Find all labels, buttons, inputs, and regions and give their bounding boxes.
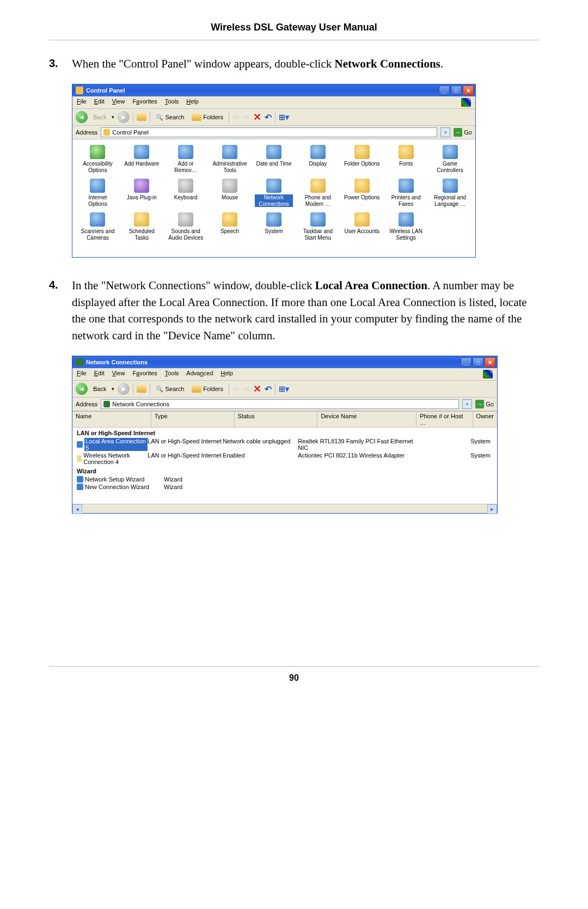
cp-item-system[interactable]: System	[253, 211, 295, 242]
cp-label: Printers and Faxes	[388, 194, 424, 207]
move-to-icon[interactable]: ⇨	[232, 112, 240, 122]
address-field[interactable]: Control Panel	[101, 127, 437, 137]
forward-button[interactable]: ►	[118, 111, 130, 123]
cp-icon	[90, 179, 105, 193]
menu-favorites-2[interactable]: Favorites	[132, 370, 157, 379]
windows-logo-icon-2	[483, 370, 493, 379]
wizard-row[interactable]: New Connection WizardWizard	[72, 483, 497, 491]
menu-file[interactable]: File	[77, 98, 87, 107]
horizontal-scrollbar[interactable]: ◄ ►	[72, 504, 497, 513]
cp-item-network-connections[interactable]: Network Connections	[253, 178, 295, 208]
col-name[interactable]: Name	[72, 412, 151, 427]
back-button-2[interactable]: ◄	[76, 383, 88, 395]
col-device[interactable]: Device Name	[317, 412, 416, 427]
cp-item-keyboard[interactable]: Keyboard	[165, 178, 207, 208]
menu-help-2[interactable]: Help	[220, 370, 233, 379]
cp-item-user-accounts[interactable]: User Accounts	[341, 211, 383, 242]
cp-item-internet-options[interactable]: Internet Options	[77, 178, 119, 208]
connection-name: Local Area Connection 5	[84, 438, 148, 451]
up-folder-button[interactable]	[137, 113, 146, 121]
search-button[interactable]: 🔍 Search	[154, 113, 186, 122]
cp-item-taskbar-and-start-menu[interactable]: Taskbar and Start Menu	[297, 211, 339, 242]
cp-item-display[interactable]: Display	[297, 144, 339, 174]
minimize-button-2[interactable]: _	[461, 357, 471, 367]
address-dropdown[interactable]: ▾	[440, 127, 450, 137]
views-button-2[interactable]: ⊞▾	[279, 385, 289, 393]
cp-item-phone-and-modem-[interactable]: Phone and Modem …	[297, 178, 339, 208]
up-folder-button-2[interactable]	[137, 385, 146, 393]
menu-view-2[interactable]: View	[112, 370, 125, 379]
wizard-row[interactable]: Network Setup WizardWizard	[72, 475, 497, 483]
cp-item-add-or-remov-[interactable]: Add or Remov…	[165, 144, 207, 174]
cp-item-mouse[interactable]: Mouse	[209, 178, 251, 208]
maximize-button-2[interactable]: □	[473, 357, 483, 367]
menu-tools[interactable]: Tools	[165, 98, 179, 107]
menu-edit-2[interactable]: Edit	[94, 370, 105, 379]
connection-status: Network cable unplugged	[223, 438, 298, 451]
cp-item-regional-and-language-[interactable]: Regional and Language …	[429, 178, 471, 208]
col-status[interactable]: Status	[235, 412, 318, 427]
cp-item-scanners-and-cameras[interactable]: Scanners and Cameras	[77, 211, 119, 242]
views-button[interactable]: ⊞▾	[279, 113, 289, 121]
scroll-left-icon[interactable]: ◄	[72, 504, 82, 514]
cp-item-java-plug-in[interactable]: Java Plug-in	[121, 178, 163, 208]
cp-item-sounds-and-audio-devices[interactable]: Sounds and Audio Devices	[165, 211, 207, 242]
back-dropdown[interactable]: ▾	[112, 114, 114, 120]
delete-button-2[interactable]: ✕	[253, 383, 261, 395]
cp-item-power-options[interactable]: Power Options	[341, 178, 383, 208]
search-button-2[interactable]: 🔍 Search	[154, 385, 186, 394]
address-dropdown-2[interactable]: ▾	[462, 399, 472, 409]
cp-label: Add or Remov…	[168, 161, 204, 173]
titlebar2: Network Connections _ □ ✕	[72, 356, 497, 368]
titlebar-icon-2	[76, 358, 83, 366]
connection-row[interactable]: Local Area Connection 5LAN or High-Speed…	[72, 437, 497, 452]
col-owner[interactable]: Owner	[473, 412, 497, 427]
address-field-2[interactable]: Network Connections	[101, 399, 459, 409]
cp-item-folder-options[interactable]: Folder Options	[341, 144, 383, 174]
folders-button-2[interactable]: Folders	[189, 384, 225, 394]
step-4-text: In the "Network Connections" window, dou…	[72, 277, 539, 344]
undo-button-2[interactable]: ↶	[265, 384, 272, 394]
go-button[interactable]: →Go	[454, 128, 472, 137]
folders-button[interactable]: Folders	[189, 112, 225, 122]
undo-button[interactable]: ↶	[265, 112, 272, 123]
forward-button-2[interactable]: ►	[118, 383, 130, 395]
cp-label: Taskbar and Start Menu	[300, 228, 336, 241]
copy-to-icon[interactable]: ⇨	[243, 112, 250, 122]
cp-item-date-and-time[interactable]: Date and Time	[253, 144, 295, 174]
cp-item-speech[interactable]: Speech	[209, 211, 251, 242]
step-3-text: When the "Control Panel" window appears,…	[72, 56, 443, 72]
delete-button[interactable]: ✕	[253, 111, 261, 123]
menu-tools-2[interactable]: Tools	[165, 370, 179, 379]
menu-help[interactable]: Help	[186, 98, 199, 107]
go-button-2[interactable]: →Go	[475, 400, 494, 408]
cp-item-add-hardware[interactable]: Add Hardware	[121, 144, 163, 174]
back-button[interactable]: ◄	[76, 111, 88, 123]
scroll-right-icon[interactable]: ►	[487, 504, 497, 514]
col-type[interactable]: Type	[151, 412, 235, 427]
col-phone[interactable]: Phone # or Host …	[416, 412, 473, 427]
menu-file-2[interactable]: File	[77, 370, 87, 379]
move-to-icon-2[interactable]: ⇨	[232, 384, 240, 394]
cp-item-printers-and-faxes[interactable]: Printers and Faxes	[385, 178, 427, 208]
back-dropdown-2[interactable]: ▾	[112, 386, 114, 392]
copy-to-icon-2[interactable]: ⇨	[243, 384, 250, 394]
menu-view[interactable]: View	[112, 98, 125, 107]
toolbar: ◄ Back ▾ ► 🔍 Search Folders ⇨ ⇨ ✕ ↶ ⊞▾	[72, 109, 475, 126]
menu-favorites[interactable]: Favorites	[132, 98, 157, 107]
cp-item-accessibility-options[interactable]: Accessibility Options	[77, 144, 119, 174]
menu-edit[interactable]: Edit	[94, 98, 105, 107]
cp-item-scheduled-tasks[interactable]: Scheduled Tasks	[121, 211, 163, 242]
connection-row[interactable]: Wireless Network Connection 4LAN or High…	[72, 452, 497, 466]
cp-item-wireless-lan-settings[interactable]: Wireless LAN Settings	[385, 211, 427, 242]
minimize-button[interactable]: _	[439, 86, 450, 95]
address-icon	[103, 129, 110, 136]
close-button[interactable]: ✕	[463, 86, 474, 95]
menu-advanced[interactable]: Advanced	[186, 370, 213, 379]
close-button-2[interactable]: ✕	[485, 357, 495, 367]
cp-item-administrative-tools[interactable]: Administrative Tools	[209, 144, 251, 174]
cp-item-game-controllers[interactable]: Game Controllers	[429, 144, 471, 174]
cp-icon	[399, 145, 414, 159]
maximize-button[interactable]: □	[451, 86, 462, 95]
cp-item-fonts[interactable]: Fonts	[385, 144, 427, 174]
